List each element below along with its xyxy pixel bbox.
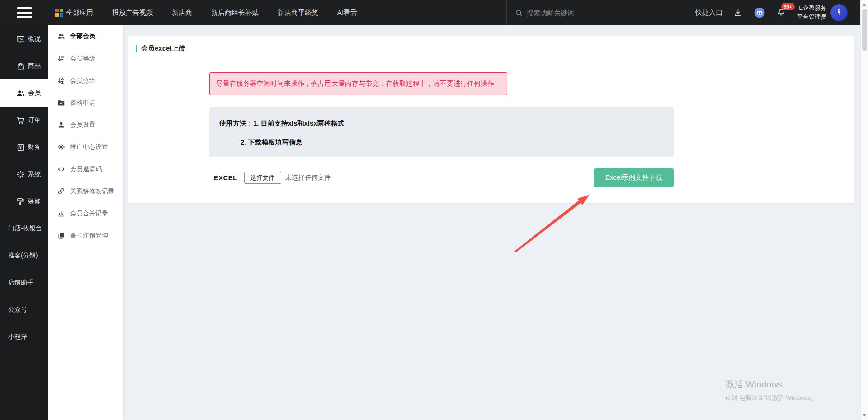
apps-grid-icon	[55, 9, 63, 17]
notifications-button[interactable]: 99+	[776, 7, 786, 19]
nav-item-peer-award[interactable]: 新店商平级奖	[278, 9, 318, 17]
paint-roller-icon	[16, 197, 25, 206]
warning-alert: 尽量在服务器空闲时间来操作，会占用大量内存与带宽，在获取过程中，请不要进行任何操…	[209, 72, 507, 95]
nav-item-ai[interactable]: AI看舌	[337, 9, 357, 17]
nav-item-new-merchant[interactable]: 新店商	[172, 9, 192, 17]
submenu-item-invite-code[interactable]: 会员邀请码	[48, 158, 123, 180]
sidebar-item-label: 商品	[28, 62, 41, 70]
sidebar-item-label: 系统	[28, 170, 41, 178]
cart-icon	[16, 116, 25, 125]
submenu-item-merge-record[interactable]: 会员合并记录	[48, 202, 123, 224]
members-group-icon	[57, 33, 65, 40]
nav-item-leader-subsidy[interactable]: 新店商组长补贴	[211, 9, 259, 17]
page-title-text: 会员excel上传	[141, 44, 185, 53]
submenu-item-relation-log[interactable]: 关系链修改记录	[48, 180, 123, 202]
bar-chart-icon	[57, 210, 65, 217]
watermark-line-1: 激活 Windows	[725, 378, 817, 391]
sidebar-item-label: 店铺助手	[8, 279, 33, 287]
submenu-item-label: 会员邀请码	[70, 165, 102, 173]
person-icon	[57, 121, 65, 129]
navbar-right-cluster: 快捷入口	[695, 0, 848, 25]
excel-sample-download-button[interactable]: Excel示例文件下载	[594, 168, 674, 187]
submenu-item-all-members[interactable]: 全部会员	[48, 25, 123, 47]
upload-card: 会员excel上传 尽量在服务器空闲时间来操作，会占用大量内存与带宽，在获取过程…	[128, 36, 854, 203]
gear-solid-icon	[57, 143, 65, 151]
file-status-text: 未选择任何文件	[285, 173, 331, 182]
sidebar-item-orders[interactable]: 订单	[0, 107, 48, 134]
nav-item-ad-video[interactable]: 投放广告视频	[112, 9, 153, 17]
notification-badge: 99+	[781, 3, 795, 10]
choose-file-button[interactable]: 选择文件	[244, 172, 281, 184]
windows-activation-watermark: 激活 Windows 转到“电脑设置”以激活 Windows。	[725, 378, 817, 402]
account-name: E企盈服务	[797, 4, 826, 13]
hamburger-icon	[17, 7, 32, 18]
code-icon	[57, 165, 65, 173]
usage-line-1: 使用方法：1. 目前支持xls和xlsx两种格式	[219, 119, 344, 128]
submenu-item-member-settings[interactable]: 会员设置	[48, 114, 123, 136]
nav-item-all-apps[interactable]: 全部应用	[55, 9, 93, 17]
sidebar-item-overview[interactable]: 概况	[0, 25, 48, 52]
sidebar-item-shop-assistant[interactable]: 店铺助手	[0, 269, 48, 296]
sidebar-item-label: 概况	[28, 35, 41, 43]
page-title: 会员excel上传	[136, 44, 185, 53]
link-icon	[57, 187, 65, 195]
submenu-item-label: 会员设置	[70, 121, 95, 129]
goods-bag-icon	[16, 62, 25, 70]
account-text: E企盈服务 平台管理员	[797, 4, 826, 22]
sidebar-item-label: 财务	[28, 143, 41, 151]
primary-sidebar: 概况 商品 会员 订单 财务	[0, 25, 48, 420]
account-role: 平台管理员	[797, 13, 826, 22]
finance-icon	[16, 143, 25, 152]
submenu-item-promotion-settings[interactable]: 推广中心设置	[48, 136, 123, 158]
sidebar-item-members[interactable]: 会员	[0, 79, 48, 107]
search-input[interactable]	[527, 9, 613, 17]
submenu-item-label: 推广中心设置	[70, 143, 108, 151]
scrollbar-thumb[interactable]	[862, 9, 867, 51]
submenu-item-label: 账号注销管理	[70, 232, 108, 240]
navbar-search	[506, 0, 626, 25]
submenu-item-member-level[interactable]: 会员等级	[48, 47, 123, 70]
gear-icon	[16, 170, 25, 179]
sidebar-item-official-account[interactable]: 公众号	[0, 296, 48, 323]
sidebar-item-distribution[interactable]: 推客(分销)	[0, 242, 48, 269]
excel-field-label: EXCEL	[214, 174, 237, 182]
submenu-item-label: 关系链修改记录	[70, 187, 114, 196]
usage-instructions: 使用方法：1. 目前支持xls和xlsx两种格式 2. 下载模板填写信息	[209, 107, 674, 157]
submenu-item-label: 全部会员	[70, 32, 95, 40]
sort-alpha-icon	[57, 77, 65, 84]
submenu-item-account-deletion[interactable]: 账号注销管理	[48, 224, 123, 247]
hamburger-menu-button[interactable]	[0, 7, 48, 18]
assistant-robot-icon[interactable]	[754, 7, 765, 19]
app-window: 全部应用 投放广告视频 新店商 新店商组长补贴 新店商平级奖 AI看舌 快捷入口	[0, 0, 868, 420]
sidebar-item-mini-program[interactable]: 小程序	[0, 323, 48, 350]
sidebar-item-label: 小程序	[8, 333, 27, 341]
nav-item-label: 全部应用	[66, 9, 93, 17]
member-submenu: 全部会员 会员等级 会员分组 资格申请 会员设置	[48, 25, 123, 420]
vertical-scrollbar[interactable]	[860, 0, 868, 420]
sidebar-item-label: 会员	[28, 89, 41, 97]
folder-check-icon	[57, 99, 65, 107]
sidebar-item-label: 订单	[28, 116, 41, 124]
sidebar-item-finance[interactable]: 财务	[0, 134, 48, 161]
account-menu[interactable]: E企盈服务 平台管理员	[797, 4, 848, 22]
search-icon	[515, 9, 523, 17]
watermark-line-2: 转到“电脑设置”以激活 Windows。	[725, 394, 817, 402]
title-accent-bar	[136, 45, 137, 52]
scrollbar-down-arrow[interactable]	[863, 414, 866, 417]
scrollbar-up-arrow[interactable]	[863, 3, 866, 6]
usage-line-2: 2. 下载模板填写信息	[241, 138, 302, 147]
sidebar-item-decoration[interactable]: 装修	[0, 188, 48, 215]
main-content: 会员excel上传 尽量在服务器空闲时间来操作，会占用大量内存与带宽，在获取过程…	[123, 25, 860, 420]
sidebar-item-pos[interactable]: 门店-收银台	[0, 215, 48, 242]
submenu-item-member-group[interactable]: 会员分组	[48, 70, 123, 92]
submenu-item-qualification[interactable]: 资格申请	[48, 92, 123, 114]
copy-file-icon	[57, 232, 65, 239]
download-icon[interactable]	[733, 8, 743, 18]
avatar[interactable]	[830, 4, 848, 21]
sidebar-item-goods[interactable]: 商品	[0, 52, 48, 79]
submenu-item-label: 会员等级	[70, 55, 95, 63]
quick-entry-link[interactable]: 快捷入口	[695, 9, 722, 17]
submenu-item-label: 会员分组	[70, 77, 95, 85]
sidebar-item-label: 装修	[28, 197, 41, 205]
sidebar-item-system[interactable]: 系统	[0, 161, 48, 188]
